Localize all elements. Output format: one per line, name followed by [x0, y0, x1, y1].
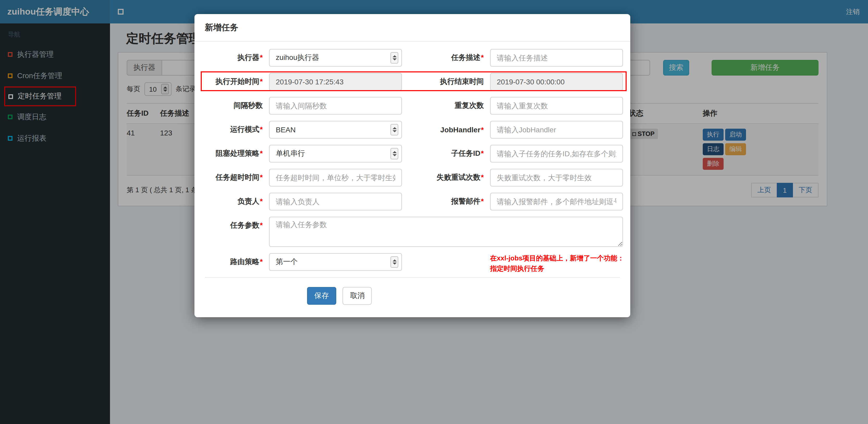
run-mode-label: 运行模式*: [205, 125, 269, 134]
repeat-input[interactable]: [490, 97, 623, 115]
app-root: zuihou任务调度中心 注销 导航 执行器管理 Cron任务管理 定时任务管理: [0, 0, 868, 424]
job-desc-input[interactable]: [490, 49, 623, 67]
timeout-label: 任务超时时间*: [205, 173, 269, 182]
job-param-label: 任务参数*: [205, 217, 269, 230]
end-time-input[interactable]: [490, 73, 623, 91]
alarm-email-input[interactable]: [490, 193, 623, 210]
timeout-input[interactable]: [269, 169, 402, 187]
select-arrows-icon: [391, 124, 398, 135]
modal-footer: 保存 取消: [205, 277, 620, 317]
interval-label: 间隔秒数: [205, 101, 269, 110]
jobhandler-input[interactable]: [490, 121, 623, 138]
run-mode-select[interactable]: BEAN: [269, 121, 402, 138]
repeat-label: 重复次数: [402, 101, 490, 110]
start-time-input[interactable]: [269, 73, 402, 91]
start-time-label: 执行开始时间*: [205, 77, 269, 87]
block-strategy-label: 阻塞处理策略*: [205, 149, 269, 158]
route-strategy-select[interactable]: 第一个: [269, 253, 402, 271]
owner-label: 负责人*: [205, 197, 269, 206]
interval-input[interactable]: [269, 97, 402, 115]
modal-body: 执行器* zuihou执行器 任务描述* 执行开始时间* 执行结束时间 间隔秒数…: [194, 42, 630, 274]
select-arrows-icon: [391, 148, 398, 159]
executor-select[interactable]: zuihou执行器: [269, 49, 402, 67]
executor-label: 执行器*: [205, 53, 269, 63]
modal-header: 新增任务: [194, 14, 630, 42]
save-button[interactable]: 保存: [307, 287, 336, 305]
modal-title: 新增任务: [205, 23, 238, 32]
job-param-textarea[interactable]: [269, 217, 623, 247]
child-job-label: 子任务ID*: [402, 149, 490, 158]
route-strategy-label: 路由策略*: [205, 253, 269, 267]
retry-input[interactable]: [490, 169, 623, 187]
retry-label: 失败重试次数*: [402, 173, 490, 182]
select-arrows-icon: [391, 52, 398, 64]
add-task-modal: 新增任务 执行器* zuihou执行器 任务描述* 执行开始时间* 执行结束时间…: [194, 14, 630, 317]
feature-note: 在xxl-jobs项目的基础上，新增了一个功能： 指定时间执行任务: [490, 253, 623, 274]
select-arrows-icon: [391, 256, 398, 268]
job-desc-label: 任务描述*: [402, 53, 490, 63]
alarm-email-label: 报警邮件*: [402, 197, 490, 206]
owner-input[interactable]: [269, 193, 402, 210]
jobhandler-label: JobHandler*: [402, 126, 490, 134]
cancel-button[interactable]: 取消: [343, 287, 372, 305]
end-time-label: 执行结束时间: [402, 77, 490, 87]
block-strategy-select[interactable]: 单机串行: [269, 145, 402, 163]
child-job-input[interactable]: [490, 145, 623, 163]
